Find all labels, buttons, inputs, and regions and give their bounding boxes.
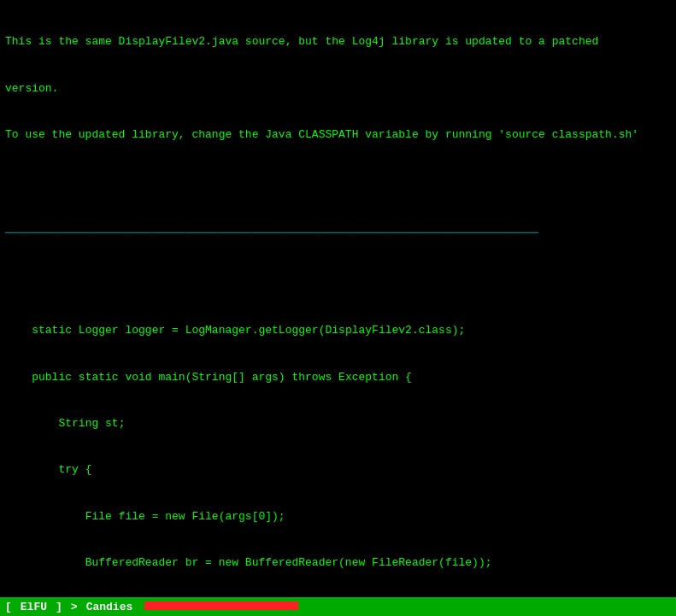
blank-2 — [5, 277, 671, 292]
info-line-3: To use the updated library, change the J… — [5, 127, 671, 143]
code-line-5: File file = new File(args[0]); — [5, 509, 671, 525]
code-line-6: BufferedReader br = new BufferedReader(n… — [5, 555, 671, 571]
status-label: ElFU — [21, 601, 47, 613]
progress-bar — [144, 601, 298, 610]
info-line-1: This is the same DisplayFilev2.java sour… — [5, 34, 671, 50]
statusbar: [ElFU] > Candies — [0, 597, 676, 616]
code-line-1: static Logger logger = LogManager.getLog… — [5, 323, 671, 338]
terminal-window: This is the same DisplayFilev2.java sour… — [0, 0, 676, 616]
bracket-open: [ — [5, 601, 12, 613]
code-line-3: String st; — [5, 416, 671, 431]
info-line-2: version. — [5, 81, 671, 97]
status-arrow: > — [71, 601, 78, 613]
bracket-close: ] — [56, 601, 62, 613]
terminal-body[interactable]: This is the same DisplayFilev2.java sour… — [0, 0, 676, 597]
code-line-2: public static void main(String[] args) t… — [5, 370, 671, 385]
blank-1 — [5, 173, 671, 189]
separator-line: ────────────────────────────────────────… — [5, 226, 671, 241]
code-line-4: try { — [5, 462, 671, 478]
status-candies: Candies — [86, 601, 133, 613]
